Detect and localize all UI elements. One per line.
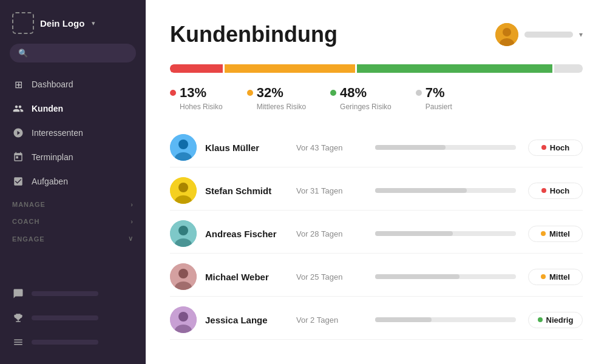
sidebar-item-dashboard[interactable]: ⊞ Dashboard: [5, 72, 141, 96]
stat-dot-medium: [247, 90, 253, 96]
sidebar-item-interessenten[interactable]: Interessenten: [5, 121, 141, 145]
customer-bar-fill: [375, 145, 446, 150]
customer-activity-bar: [375, 145, 516, 150]
customer-row-fischer[interactable]: Andreas Fischer Vor 28 Tagen Mittel: [170, 214, 583, 254]
progress-green: [357, 64, 552, 73]
svg-point-7: [178, 183, 188, 192]
manage-arrow: ›: [131, 201, 134, 208]
customer-time: Vor 2 Tagen: [296, 315, 363, 325]
risk-dot: [538, 317, 543, 322]
terminplan-icon: [12, 151, 24, 163]
avatar: [495, 23, 518, 46]
risk-badge: Mittel: [528, 269, 583, 285]
sidebar-item-label: Terminplan: [32, 152, 73, 162]
sidebar-item-label: Dashboard: [32, 79, 73, 89]
stat-high-risk: 13% Hohes Risiko: [170, 85, 223, 111]
user-area[interactable]: ▾: [495, 23, 583, 46]
customer-activity-bar: [375, 317, 516, 322]
interessenten-icon: [12, 127, 24, 139]
risk-label: Hoch: [550, 143, 570, 152]
sidebar-bottom-chat[interactable]: [5, 281, 141, 306]
stat-label-high: Hohes Risiko: [170, 103, 223, 111]
customer-activity-bar: [375, 274, 516, 279]
customer-bar-fill: [375, 317, 432, 322]
engage-arrow: ∨: [128, 235, 134, 243]
customer-avatar: [170, 263, 197, 290]
stat-paused: 7% Pausiert: [416, 85, 452, 111]
stats-row: 13% Hohes Risiko 32% Mittleres Risiko 48…: [170, 85, 583, 111]
customer-row-mueller[interactable]: Klaus Müller Vor 43 Tagen Hoch: [170, 128, 583, 167]
risk-dot: [541, 231, 546, 236]
search-bar[interactable]: 🔍: [10, 44, 136, 62]
page-title: Kundenbindung: [170, 22, 337, 47]
sidebar: Dein Logo ▾ 🔍 ⊞ Dashboard Kunden: [0, 0, 146, 364]
stat-low-risk: 48% Geringes Risiko: [330, 85, 392, 111]
customer-name: Klaus Müller: [205, 143, 296, 153]
svg-point-4: [178, 140, 188, 149]
risk-badge: Hoch: [528, 183, 583, 199]
stat-medium-risk: 32% Mittleres Risiko: [247, 85, 306, 111]
stat-value-high: 13%: [180, 85, 206, 101]
risk-badge: Hoch: [528, 140, 583, 156]
risk-dot: [541, 145, 546, 150]
main-nav: ⊞ Dashboard Kunden Interessenten: [0, 72, 146, 194]
section-manage[interactable]: MANAGE ›: [0, 194, 146, 211]
logo-area[interactable]: Dein Logo ▾: [0, 0, 146, 44]
stat-label-low: Geringes Risiko: [330, 103, 392, 111]
risk-label: Hoch: [550, 186, 570, 195]
customer-row-lange[interactable]: Jessica Lange Vor 2 Tagen Niedrig: [170, 300, 583, 340]
customer-name: Jessica Lange: [205, 315, 296, 325]
svg-point-1: [503, 28, 511, 36]
sidebar-bottom-list[interactable]: [5, 330, 141, 354]
risk-badge: Mittel: [528, 226, 583, 242]
sidebar-item-aufgaben[interactable]: Aufgaben: [5, 169, 141, 194]
customer-avatar: [170, 134, 197, 161]
list-icon: [12, 336, 24, 348]
trophy-icon: [12, 312, 24, 324]
chat-icon: [12, 288, 24, 300]
progress-red: [170, 64, 223, 73]
dashboard-icon: ⊞: [12, 78, 24, 90]
sidebar-item-label: Interessenten: [32, 128, 83, 138]
chat-bar: [32, 291, 98, 296]
list-bar: [32, 340, 98, 345]
section-engage[interactable]: ENGAGE ∨: [0, 228, 146, 245]
progress-bar: [170, 64, 583, 73]
progress-gray: [554, 64, 583, 73]
customer-bar-fill: [375, 274, 459, 279]
stat-value-low: 48%: [340, 85, 367, 101]
aufgaben-icon: [12, 175, 24, 187]
stat-label-medium: Mittleres Risiko: [247, 103, 306, 111]
customer-activity-bar: [375, 188, 516, 193]
stat-dot-low: [330, 90, 336, 96]
customer-avatar: [170, 177, 197, 204]
risk-label: Mittel: [549, 229, 570, 238]
main-content: Kundenbindung ▾ 13% Hohes Risi: [146, 0, 607, 364]
main-header: Kundenbindung ▾: [170, 22, 583, 47]
customer-avatar: [170, 220, 197, 247]
trophy-bar: [32, 315, 98, 320]
sidebar-bottom-trophy[interactable]: [5, 306, 141, 330]
customer-bar-fill: [375, 231, 453, 236]
customer-time: Vor 31 Tagen: [296, 186, 363, 195]
customer-time: Vor 28 Tagen: [296, 229, 363, 238]
logo-box: [12, 12, 34, 34]
progress-orange: [225, 64, 355, 73]
customer-time: Vor 25 Tagen: [296, 272, 363, 281]
stat-label-paused: Pausiert: [416, 103, 452, 111]
customer-row-weber[interactable]: Michael Weber Vor 25 Tagen Mittel: [170, 257, 583, 297]
sidebar-item-kunden[interactable]: Kunden: [5, 96, 141, 121]
customer-name: Andreas Fischer: [205, 229, 296, 239]
kunden-icon: [12, 103, 24, 115]
stat-value-medium: 32%: [257, 85, 283, 101]
customer-row-schmidt[interactable]: Stefan Schmidt Vor 31 Tagen Hoch: [170, 171, 583, 211]
svg-point-16: [178, 312, 188, 322]
sidebar-bottom: [0, 275, 146, 364]
sidebar-item-label: Kunden: [32, 104, 63, 113]
customer-activity-bar: [375, 231, 516, 236]
section-coach[interactable]: COACH ›: [0, 211, 146, 228]
customer-name: Michael Weber: [205, 272, 296, 282]
risk-dot: [541, 188, 546, 193]
stat-dot-paused: [416, 90, 422, 96]
sidebar-item-terminplan[interactable]: Terminplan: [5, 145, 141, 169]
